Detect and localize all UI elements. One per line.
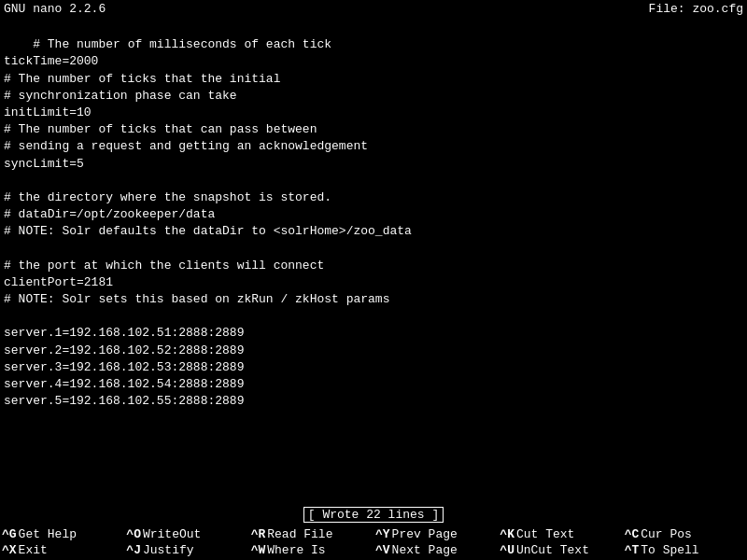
shortcut-label-next-page: Next Page — [392, 543, 458, 557]
shortcut-key-uncut-text: ^U — [500, 543, 514, 557]
shortcut-label-to-spell: To Spell — [641, 543, 698, 557]
shortcut-where-is[interactable]: ^W Where Is — [249, 542, 374, 558]
title-bar: GNU nano 2.2.6 File: zoo.cfg — [0, 0, 747, 18]
shortcut-bar: ^G Get Help ^O WriteOut ^R Read File ^Y … — [0, 525, 747, 560]
nano-editor: GNU nano 2.2.6 File: zoo.cfg # The numbe… — [0, 0, 747, 560]
file-label: File: zoo.cfg — [649, 2, 743, 16]
shortcut-label-get-help: Get Help — [19, 527, 77, 541]
shortcut-key-to-spell: ^T — [625, 543, 640, 557]
shortcut-key-writeout: ^O — [126, 527, 141, 541]
shortcut-label-exit: Exit — [19, 543, 48, 557]
shortcut-label-justify: Justify — [143, 543, 194, 557]
shortcut-label-writeout: WriteOut — [143, 527, 201, 541]
editor-content[interactable]: # The number of milliseconds of each tic… — [4, 37, 412, 408]
shortcut-key-where-is: ^W — [251, 543, 266, 557]
shortcut-key-next-page: ^V — [375, 543, 390, 557]
shortcut-get-help[interactable]: ^G Get Help — [0, 526, 124, 542]
editor-area[interactable]: # The number of milliseconds of each tic… — [0, 18, 747, 505]
shortcut-key-justify: ^J — [126, 543, 141, 557]
shortcut-key-cur-pos: ^C — [625, 527, 640, 541]
status-bar: [ Wrote 22 lines ] — [0, 505, 747, 525]
shortcut-label-cur-pos: Cur Pos — [641, 527, 692, 541]
shortcut-uncut-text[interactable]: ^U UnCut Text — [498, 542, 622, 558]
shortcut-read-file[interactable]: ^R Read File — [249, 526, 374, 542]
shortcut-label-cut-text: Cut Text — [516, 527, 574, 541]
shortcut-label-read-file: Read File — [267, 527, 332, 541]
shortcut-label-where-is: Where Is — [267, 543, 325, 557]
shortcut-justify[interactable]: ^J Justify — [124, 542, 248, 558]
shortcut-cut-text[interactable]: ^K Cut Text — [498, 526, 622, 542]
shortcut-prev-page[interactable]: ^Y Prev Page — [374, 526, 498, 542]
shortcut-label-uncut-text: UnCut Text — [516, 543, 589, 557]
shortcut-key-read-file: ^R — [251, 527, 266, 541]
shortcut-key-cut-text: ^K — [500, 527, 514, 541]
shortcut-next-page[interactable]: ^V Next Page — [374, 542, 498, 558]
app-name: GNU nano 2.2.6 — [4, 2, 106, 16]
shortcut-cur-pos[interactable]: ^C Cur Pos — [623, 526, 747, 542]
shortcut-to-spell[interactable]: ^T To Spell — [623, 542, 747, 558]
status-message: [ Wrote 22 lines ] — [303, 507, 444, 523]
shortcut-label-prev-page: Prev Page — [392, 527, 458, 541]
shortcut-key-prev-page: ^Y — [375, 527, 390, 541]
shortcut-key-get-help: ^G — [2, 527, 17, 541]
shortcut-writeout[interactable]: ^O WriteOut — [124, 526, 248, 542]
shortcut-key-exit: ^X — [2, 543, 17, 557]
shortcut-exit[interactable]: ^X Exit — [0, 542, 124, 558]
